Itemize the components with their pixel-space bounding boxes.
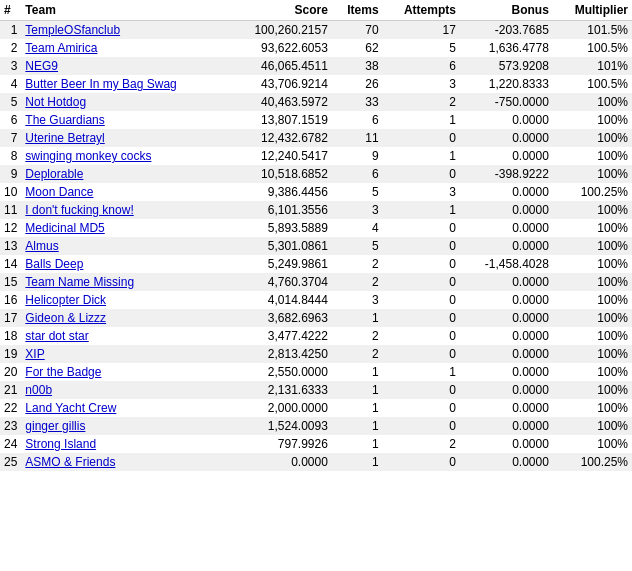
cell-multiplier: 100% (553, 363, 632, 381)
cell-attempts: 1 (383, 147, 460, 165)
cell-team[interactable]: Not Hotdog (21, 93, 227, 111)
cell-bonus: -203.7685 (460, 21, 553, 40)
cell-team[interactable]: Team Amirica (21, 39, 227, 57)
team-link[interactable]: Team Name Missing (25, 275, 134, 289)
team-link[interactable]: NEG9 (25, 59, 58, 73)
team-link[interactable]: Balls Deep (25, 257, 83, 271)
cell-items: 26 (332, 75, 383, 93)
team-link[interactable]: Almus (25, 239, 58, 253)
cell-score: 12,432.6782 (227, 129, 332, 147)
cell-team[interactable]: I don't fucking know! (21, 201, 227, 219)
cell-items: 1 (332, 399, 383, 417)
cell-items: 5 (332, 183, 383, 201)
cell-attempts: 1 (383, 111, 460, 129)
team-link[interactable]: Deplorable (25, 167, 83, 181)
cell-team[interactable]: Helicopter Dick (21, 291, 227, 309)
cell-multiplier: 100% (553, 291, 632, 309)
team-link[interactable]: Not Hotdog (25, 95, 86, 109)
team-link[interactable]: For the Badge (25, 365, 101, 379)
table-header-row: # Team Score Items Attempts Bonus Multip… (0, 0, 632, 21)
cell-team[interactable]: Medicinal MD5 (21, 219, 227, 237)
cell-score: 2,813.4250 (227, 345, 332, 363)
team-link[interactable]: XIP (25, 347, 44, 361)
cell-team[interactable]: n00b (21, 381, 227, 399)
cell-bonus: 0.0000 (460, 273, 553, 291)
team-link[interactable]: star dot star (25, 329, 88, 343)
team-link[interactable]: The Guardians (25, 113, 104, 127)
cell-items: 4 (332, 219, 383, 237)
cell-team[interactable]: ASMO & Friends (21, 453, 227, 471)
cell-team[interactable]: ginger gillis (21, 417, 227, 435)
table-row: 4Butter Beer In my Bag Swag43,706.921426… (0, 75, 632, 93)
cell-score: 93,622.6053 (227, 39, 332, 57)
cell-team[interactable]: Land Yacht Crew (21, 399, 227, 417)
cell-multiplier: 100.5% (553, 39, 632, 57)
cell-rank: 14 (0, 255, 21, 273)
cell-team[interactable]: Strong Island (21, 435, 227, 453)
team-link[interactable]: ASMO & Friends (25, 455, 115, 469)
cell-team[interactable]: Butter Beer In my Bag Swag (21, 75, 227, 93)
cell-team[interactable]: Almus (21, 237, 227, 255)
cell-items: 1 (332, 363, 383, 381)
cell-team[interactable]: Balls Deep (21, 255, 227, 273)
cell-bonus: 573.9208 (460, 57, 553, 75)
team-link[interactable]: Medicinal MD5 (25, 221, 104, 235)
cell-rank: 15 (0, 273, 21, 291)
cell-score: 3,477.4222 (227, 327, 332, 345)
col-attempts: Attempts (383, 0, 460, 21)
team-link[interactable]: I don't fucking know! (25, 203, 133, 217)
team-link[interactable]: Team Amirica (25, 41, 97, 55)
col-multiplier: Multiplier (553, 0, 632, 21)
cell-items: 2 (332, 273, 383, 291)
cell-team[interactable]: Deplorable (21, 165, 227, 183)
cell-rank: 12 (0, 219, 21, 237)
cell-rank: 5 (0, 93, 21, 111)
cell-items: 1 (332, 309, 383, 327)
cell-attempts: 0 (383, 417, 460, 435)
table-row: 2Team Amirica93,622.60536251,636.4778100… (0, 39, 632, 57)
cell-team[interactable]: XIP (21, 345, 227, 363)
cell-bonus: 0.0000 (460, 363, 553, 381)
team-link[interactable]: Land Yacht Crew (25, 401, 116, 415)
cell-team[interactable]: The Guardians (21, 111, 227, 129)
cell-team[interactable]: swinging monkey cocks (21, 147, 227, 165)
col-rank: # (0, 0, 21, 21)
cell-team[interactable]: NEG9 (21, 57, 227, 75)
cell-bonus: 0.0000 (460, 435, 553, 453)
team-link[interactable]: Butter Beer In my Bag Swag (25, 77, 176, 91)
cell-items: 9 (332, 147, 383, 165)
cell-score: 0.0000 (227, 453, 332, 471)
cell-attempts: 3 (383, 183, 460, 201)
cell-team[interactable]: Moon Dance (21, 183, 227, 201)
cell-rank: 16 (0, 291, 21, 309)
team-link[interactable]: Strong Island (25, 437, 96, 451)
team-link[interactable]: Helicopter Dick (25, 293, 106, 307)
cell-team[interactable]: Team Name Missing (21, 273, 227, 291)
cell-score: 100,260.2157 (227, 21, 332, 40)
cell-team[interactable]: For the Badge (21, 363, 227, 381)
team-link[interactable]: TempleOSfanclub (25, 23, 120, 37)
cell-items: 3 (332, 291, 383, 309)
cell-rank: 21 (0, 381, 21, 399)
cell-team[interactable]: Uterine Betrayl (21, 129, 227, 147)
team-link[interactable]: Gideon & Lizzz (25, 311, 106, 325)
cell-score: 5,301.0861 (227, 237, 332, 255)
team-link[interactable]: swinging monkey cocks (25, 149, 151, 163)
table-row: 18star dot star3,477.4222200.0000100% (0, 327, 632, 345)
cell-items: 1 (332, 435, 383, 453)
table-row: 7Uterine Betrayl12,432.67821100.0000100% (0, 129, 632, 147)
team-link[interactable]: Moon Dance (25, 185, 93, 199)
cell-attempts: 0 (383, 129, 460, 147)
cell-team[interactable]: star dot star (21, 327, 227, 345)
cell-score: 2,131.6333 (227, 381, 332, 399)
cell-items: 11 (332, 129, 383, 147)
cell-multiplier: 100% (553, 435, 632, 453)
team-link[interactable]: Uterine Betrayl (25, 131, 104, 145)
cell-rank: 22 (0, 399, 21, 417)
team-link[interactable]: n00b (25, 383, 52, 397)
team-link[interactable]: ginger gillis (25, 419, 85, 433)
cell-rank: 1 (0, 21, 21, 40)
cell-score: 12,240.5417 (227, 147, 332, 165)
cell-team[interactable]: Gideon & Lizzz (21, 309, 227, 327)
cell-team[interactable]: TempleOSfanclub (21, 21, 227, 40)
